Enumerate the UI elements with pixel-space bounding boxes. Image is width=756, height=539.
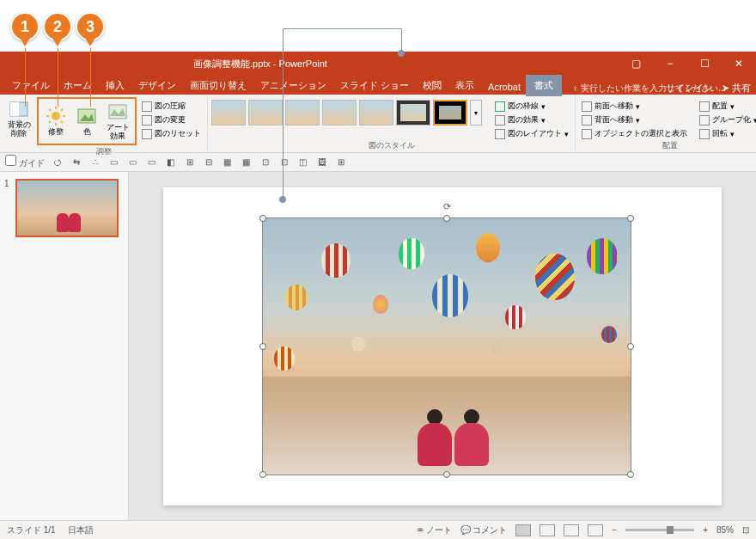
qat-icon[interactable]: ⊞ [184,156,196,168]
callout-3: 3 [76,12,105,41]
style-thumb[interactable] [359,100,393,126]
sorter-view-button[interactable] [540,524,555,536]
qat-icon[interactable]: ▭ [127,156,139,168]
svg-line-7 [49,109,51,111]
sign-in-link[interactable]: サインイン [666,82,713,95]
zoom-slider[interactable] [625,529,694,531]
qat-icon[interactable]: ▦ [241,156,253,168]
selected-picture[interactable]: ⟳ [262,217,631,475]
qat-icon[interactable]: ⊡ [278,156,290,168]
tab-home[interactable]: ホーム [57,77,99,95]
rotate-handle-icon[interactable]: ⟳ [443,201,451,212]
share-button[interactable]: ➤ 共有 [722,82,751,95]
reading-view-button[interactable] [564,524,579,536]
tab-insert[interactable]: 挿入 [99,77,131,95]
title-bar: 画像調整機能.pptx - PowerPoint ▢ − ☐ ✕ [0,52,756,76]
align-button[interactable]: 配置 ▾ [697,100,756,113]
ribbon: 背景の 削除 修整 色 アート効果 図の圧縮 図の変更 図のリ [0,95,756,153]
artistic-effects-button[interactable]: アート効果 [102,99,133,144]
picture-styles-gallery[interactable]: ▾ [211,96,482,126]
qat-icon[interactable]: ⇆ [70,156,82,168]
style-thumb[interactable] [211,100,246,126]
svg-point-2 [52,112,60,120]
zoom-level[interactable]: 85% [716,525,734,535]
color-button[interactable]: 色 [71,99,102,144]
quick-access-row: ガイド ⭯ ⇆ ∴ ▭ ▭ ▭ ◧ ⊞ ⊟ ▦ ▦ ⊡ ⊡ ◫ 🖼 ⊞ [0,153,756,172]
rotate-button[interactable]: 回転 ▾ [697,127,756,140]
picture-layout-button[interactable]: 図のレイアウト ▾ [492,127,571,140]
maximize-button[interactable]: ☐ [687,52,722,76]
qat-icon[interactable]: ⊟ [203,156,215,168]
document-title: 画像調整機能.pptx - PowerPoint [193,58,327,70]
slide-canvas[interactable]: ⟳ [163,187,722,505]
callout-2: 2 [43,12,72,41]
qat-icon[interactable]: ▭ [146,156,158,168]
remove-background-icon [9,99,29,119]
close-button[interactable]: ✕ [722,52,756,76]
reset-picture-button[interactable]: 図のリセット [139,127,204,140]
qat-icon[interactable]: 🖼 [316,156,328,168]
group-button[interactable]: グループ化 ▾ [697,113,756,126]
qat-icon[interactable]: ▦ [222,156,234,168]
zoom-in-button[interactable]: + [703,525,708,535]
gallery-more-button[interactable]: ▾ [470,100,482,126]
status-bar: スライド 1/1 日本語 ≐ ノート 💬 コメント − + 85% ⊡ [0,520,756,539]
arrange-group-label: 配置 [579,140,756,152]
tab-design[interactable]: デザイン [131,77,183,95]
tab-review[interactable]: 校閲 [416,77,448,95]
style-thumb[interactable] [396,100,430,126]
qat-icon[interactable]: ⭯ [52,156,64,168]
qat-icon[interactable]: ◫ [297,156,309,168]
tab-transitions[interactable]: 画面切り替え [183,77,253,95]
send-backward-button[interactable]: 背面へ移動 ▾ [579,113,690,126]
svg-line-9 [49,121,51,123]
bring-forward-button[interactable]: 前面へ移動 ▾ [579,100,690,113]
callout-1: 1 [10,12,40,41]
style-thumb[interactable] [322,100,357,126]
qat-icon[interactable]: ▭ [108,156,120,168]
slide-counter: スライド 1/1 [7,524,56,536]
qat-icon[interactable]: ◧ [165,156,177,168]
minimize-button[interactable]: − [653,52,687,76]
slide-thumbnail-panel[interactable]: 1 [0,172,129,520]
normal-view-button[interactable] [515,524,531,536]
compress-picture-button[interactable]: 図の圧縮 [139,100,204,113]
style-thumb[interactable] [285,100,320,126]
corrections-button[interactable]: 修整 [40,99,71,144]
slide-thumbnail[interactable]: 1 [7,179,121,237]
zoom-out-button[interactable]: − [612,525,617,535]
tab-view[interactable]: 表示 [448,77,481,95]
tab-slideshow[interactable]: スライド ショー [333,77,416,95]
ribbon-tabs: ファイル ホーム 挿入 デザイン 画面切り替え アニメーション スライド ショー… [0,76,756,95]
slide-editor[interactable]: ⟳ [129,172,756,520]
picture-border-button[interactable]: 図の枠線 ▾ [492,100,571,113]
styles-group-label: 図のスタイル [211,140,571,152]
qat-icon[interactable]: ⊡ [259,156,271,168]
tab-acrobat[interactable]: Acrobat [481,79,527,95]
language-indicator[interactable]: 日本語 [68,524,94,536]
remove-background-button[interactable]: 背景の 削除 [3,96,34,141]
picture-effects-button[interactable]: 図の効果 ▾ [492,113,571,126]
qat-icon[interactable]: ⊞ [335,156,347,168]
slideshow-view-button[interactable] [588,524,603,536]
comments-button[interactable]: 💬 コメント [460,524,508,536]
notes-button[interactable]: ≐ ノート [417,524,452,536]
tab-animations[interactable]: アニメーション [253,77,333,95]
brightness-icon [46,106,66,126]
slide-number: 1 [4,179,9,188]
guide-checkbox[interactable]: ガイド [5,155,45,169]
qat-icon[interactable]: ∴ [89,156,101,168]
artistic-icon [107,101,128,122]
workspace: 1 ⟳ [0,172,756,520]
picture-color-icon [76,106,97,126]
tab-file[interactable]: ファイル [5,77,57,95]
selection-pane-button[interactable]: オブジェクトの選択と表示 [579,127,690,140]
svg-line-10 [61,109,63,111]
style-thumb[interactable] [248,100,283,126]
svg-rect-1 [10,102,19,116]
change-picture-button[interactable]: 図の変更 [139,113,204,126]
style-thumb-selected[interactable] [433,100,467,126]
tab-format[interactable]: 書式 [527,77,560,95]
ribbon-options-icon[interactable]: ▢ [619,52,653,76]
fit-to-window-button[interactable]: ⊡ [742,525,749,535]
